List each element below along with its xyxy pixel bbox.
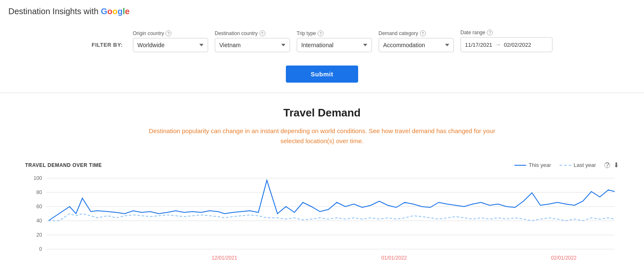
svg-text:12/01/2021: 12/01/2021 [212,255,237,261]
demand-category-select[interactable]: Accommodation Flights Car rental Activit… [379,38,454,52]
destination-country-group: Destination country ? Vietnam Thailand J… [215,30,290,52]
header: Destination Insights with Google [0,0,644,23]
title-prefix: Destination Insights with [8,7,101,16]
section-description: Destination popularity can change in an … [143,126,502,146]
section-title: Travel Demand [17,106,627,119]
svg-text:100: 100 [33,175,42,181]
svg-text:40: 40 [36,218,42,224]
legend-dashed-line [560,165,571,166]
svg-text:0: 0 [39,246,42,252]
demand-category-label: Demand category ? [379,30,454,36]
legend-last-year-label: Last year [574,162,596,168]
filter-bar: FILTER BY: Origin country ? Worldwide Un… [0,23,644,62]
origin-country-select[interactable]: Worldwide United States United Kingdom A… [133,38,208,52]
svg-text:80: 80 [36,189,42,195]
filter-by-label: FILTER BY: [92,42,123,52]
submit-row: Submit [0,62,644,93]
trip-type-group: Trip type ? International Domestic All [297,30,372,52]
date-range-help-icon[interactable]: ? [487,30,493,35]
trip-type-select[interactable]: International Domestic All [297,38,372,52]
legend-solid-line [514,165,526,166]
chart-svg-wrapper: 100 80 60 40 20 0 12/01/2021 01/01/2022 … [25,174,619,267]
svg-text:60: 60 [36,204,42,209]
date-start: 11/17/2021 [465,42,492,48]
destination-country-label: Destination country ? [215,30,290,36]
origin-country-help-icon[interactable]: ? [165,30,171,36]
legend-last-year: Last year [560,162,596,168]
destination-country-help-icon[interactable]: ? [260,30,265,36]
svg-text:20: 20 [36,232,42,238]
chart-container: TRAVEL DEMAND OVER TIME This year Last y… [17,161,627,267]
app-title: Destination Insights with Google [8,7,130,16]
last-year-line [48,214,615,221]
demand-category-help-icon[interactable]: ? [420,30,426,36]
date-arrow-icon: → [495,41,501,48]
date-range-input[interactable]: 11/17/2021 → 02/02/2022 [461,37,552,52]
legend-this-year: This year [514,162,551,168]
chart-actions: ? ⬇ [604,161,619,169]
svg-text:02/01/2022: 02/01/2022 [551,255,577,261]
svg-text:01/01/2022: 01/01/2022 [382,255,407,261]
date-range-group: Date range ? 11/17/2021 → 02/02/2022 [461,30,552,52]
chart-title: TRAVEL DEMAND OVER TIME [25,162,102,168]
main-content: Travel Demand Destination popularity can… [0,93,644,270]
google-brand: Google [101,7,130,16]
origin-country-label: Origin country ? [133,30,208,36]
trip-type-help-icon[interactable]: ? [318,30,323,36]
date-end: 02/02/2022 [504,42,531,48]
origin-country-group: Origin country ? Worldwide United States… [133,30,208,52]
legend-this-year-label: This year [529,162,551,168]
chart-help-icon[interactable]: ? [604,162,610,168]
date-range-label: Date range ? [461,30,552,35]
travel-demand-chart: 100 80 60 40 20 0 12/01/2021 01/01/2022 … [25,174,619,266]
submit-button[interactable]: Submit [286,66,359,83]
demand-category-group: Demand category ? Accommodation Flights … [379,30,454,52]
chart-header: TRAVEL DEMAND OVER TIME This year Last y… [25,161,619,169]
download-icon[interactable]: ⬇ [613,161,619,169]
trip-type-label: Trip type ? [297,30,372,36]
destination-country-select[interactable]: Vietnam Thailand Japan France Italy [215,38,290,52]
chart-legend: This year Last year ? ⬇ [514,161,619,169]
